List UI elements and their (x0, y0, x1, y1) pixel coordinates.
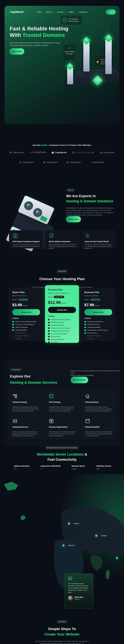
plan-feature: ✓WooCommerce (84, 332, 112, 334)
choose-plan-button[interactable]: Choose Plan (12, 309, 40, 315)
plan-feature: ✓Ideal For Small Websites & Blogs (12, 320, 40, 323)
feature-title: Easy-To-Use Control Panel (85, 240, 109, 242)
plan-feature: ✓One-Click App Installation (48, 332, 76, 335)
server-tower (105, 39, 112, 74)
dash-icon: – (12, 332, 14, 334)
network-header: Worldwide Server Locations & Fast Connec… (0, 446, 124, 462)
plan-feature: –Dedicated IP Address (12, 334, 40, 337)
plan-feature: ✓Dedicated IP Address (48, 338, 76, 341)
header: Rapidhost Home About Us Services▾ Pages▾… (10, 9, 115, 15)
service-card-builder[interactable]: Website Builder Create Stunning, Profess… (82, 416, 116, 439)
service-title: Website Builder (85, 426, 100, 428)
steps-title: Simple Steps ToCreate Your Website (0, 626, 124, 637)
feature-title: 24/7 Expert Customer Support (13, 240, 40, 242)
plan-feature: ✓100GB Bandwidth (12, 329, 40, 332)
service-desc: Provides Complete Server Resources For W… (13, 431, 40, 437)
nav-about[interactable]: About Us (46, 11, 53, 13)
partner-logo: ⊘logoipsum (19, 161, 34, 164)
check-icon: ✓ (48, 324, 50, 326)
discount-badge: Discount 65% (54, 296, 64, 298)
logo-row-2: ⊘logoipsum ❖logoipsum ≋logoipsum ◖logoip… (19, 161, 105, 164)
steps-header: Easy Steps Simple Steps ToCreate Your We… (0, 620, 124, 644)
cloud-icon (85, 394, 90, 399)
partner-logo: ⫴L O G O I P S U M (73, 151, 94, 154)
service-card-vps[interactable]: VPS Hosting A Scalable Solution Offering… (45, 390, 80, 414)
service-card-dedicated[interactable]: Dedicated Server Provides Complete Serve… (9, 416, 43, 439)
service-title: Shared Hosting (13, 401, 27, 403)
service-card-domain[interactable]: Domain Registration Find And Register Th… (45, 416, 80, 439)
features-label: Features (84, 317, 91, 319)
nav-pages[interactable]: Pages▾ (69, 11, 75, 13)
service-card-cloud[interactable]: Cloud Hosting Flexible Hosting That Util… (82, 390, 116, 414)
why-explore-button[interactable]: Explore More (66, 216, 81, 222)
testimonial-quote: I've Tried Many Hosting Providers, But N… (68, 582, 90, 594)
plan-name: Business Plan (84, 291, 99, 294)
plan-price: $12.99 (48, 300, 61, 305)
plan-feature: –Free CDN (84, 337, 112, 340)
check-icon: ✓ (12, 329, 14, 331)
service-card-shared[interactable]: Shared Hosting Affordable And Beginner-F… (9, 390, 43, 414)
logo-icon: ⫴ (73, 151, 74, 154)
service-desc: Create Stunning, Professional Websites W… (85, 431, 112, 437)
24-7-icon: 24 (63, 18, 67, 22)
plan-per: /Month (95, 305, 99, 306)
map-marker-dot[interactable] (96, 535, 97, 536)
login-button[interactable]: Login (106, 10, 115, 14)
service-desc: Flexible Hosting That Utilizes Multiple … (85, 406, 112, 412)
stat-value: 0 Tbps+ (72, 468, 85, 470)
stat-value: 0 % (14, 468, 30, 470)
stat-label: Datacenters Worldwide (41, 465, 61, 467)
discount-badge: Discount 75% (90, 298, 101, 301)
check-icon: ✓ (84, 321, 86, 322)
choose-plan-button[interactable]: Choose Plan (48, 307, 76, 313)
plan-feature: ✓Dedicated Resources & Speed (48, 318, 76, 321)
view-all-services-button[interactable]: View All Services (71, 377, 88, 383)
map-marker-dot[interactable] (63, 544, 64, 546)
plan-feature: ✓100GB SSD Storage (48, 321, 76, 324)
map-marker-dot[interactable] (116, 557, 118, 559)
hero-explore-button[interactable]: Explore More (10, 48, 24, 54)
hero-illustration (74, 21, 118, 94)
steps-subtitle: Get Your Website Up And Running Effortle… (0, 640, 124, 644)
nav-contact[interactable]: Contact Us (79, 11, 87, 13)
vps-terminal-icon (49, 394, 54, 399)
old-price: $31.99 (84, 299, 89, 300)
why-us-desc: With Rapidhost, You Gain Full Control Ov… (66, 207, 117, 216)
dash-icon: – (12, 338, 14, 340)
sitemap-icon (13, 394, 18, 399)
services-desc: Explore Top-Tier Hosting And Domain Serv… (70, 370, 124, 376)
feature-desc: Choose A Payment Plan That Works For You… (13, 244, 40, 248)
feature-desc: Our Intuitive Control Panel Makes Managi… (85, 244, 113, 249)
map-marker-france[interactable]: France (72, 522, 81, 526)
map-marker-dot[interactable] (68, 523, 70, 524)
domain-lock-icon (49, 418, 54, 424)
world-map: France Turkiye Marocco (0, 474, 124, 603)
stat-uptime: Uptime Guarantee 0 % (14, 465, 30, 470)
plan-feature: ✓50GB SSD Storage (84, 323, 112, 326)
logo-icon: ✤ (10, 151, 12, 154)
stat-label: Network Speed (72, 465, 85, 467)
check-icon: ✓ (48, 336, 50, 338)
steps-badge: Easy Steps (56, 620, 68, 624)
choose-plan-button[interactable]: Choose Plan (84, 309, 112, 315)
plan-desc: Best For Personal Use (12, 295, 27, 296)
feature-card-uptime: 99.9% Uptime Guarantee Enjoy Dependable … (45, 230, 79, 248)
nav-menu: Home About Us Services▾ Pages▾ Contact U… (18, 11, 106, 13)
map-marker-turkiye[interactable]: Turkiye (99, 534, 108, 538)
partner-logo: ⌖LOGOIPSUM (30, 151, 46, 154)
avatar (68, 596, 73, 600)
plan-card-premium: Premium Plan Maximum Power & Performance… (45, 285, 79, 343)
stat-speed: Network Speed 0 Tbps+ (72, 465, 85, 470)
person-icon (13, 233, 18, 238)
plan-feature: –Dedicated IP Address (84, 334, 112, 337)
check-icon: ✓ (84, 326, 86, 328)
plan-price: $3.99 (12, 303, 22, 307)
nav-services[interactable]: Services▾ (57, 11, 64, 13)
testimonial-card: I've Tried Many Hosting Providers, But N… (65, 574, 93, 608)
map-marker-marocco[interactable]: Marocco (66, 544, 76, 547)
discount-badge: Discount 85% (18, 298, 29, 301)
nav-home[interactable]: Home (37, 11, 42, 13)
plan-desc: Maximum Power & Performance (48, 292, 68, 294)
plan-feature: ✓Daily Backups & Priority Support (84, 329, 112, 332)
services-badge: Our Services (10, 368, 22, 372)
